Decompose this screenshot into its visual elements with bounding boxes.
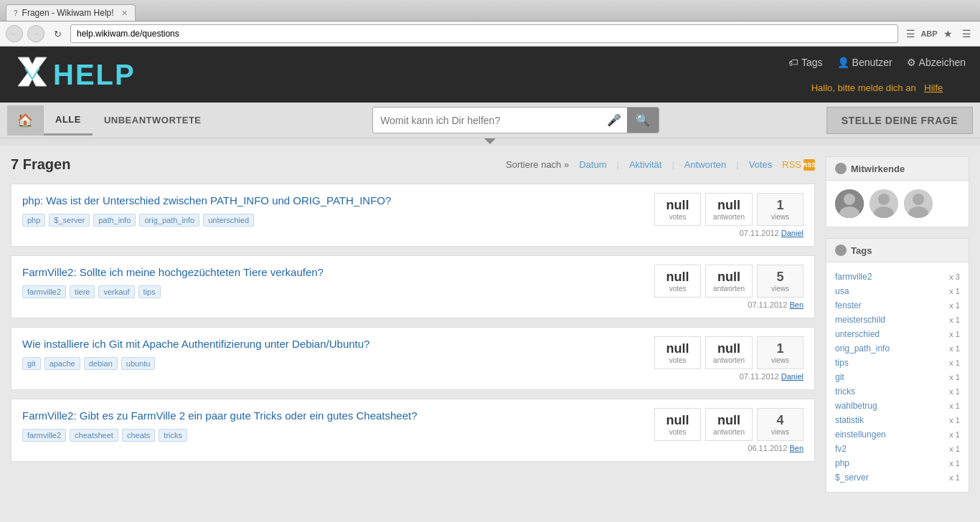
- question-tag[interactable]: verkauf: [98, 285, 134, 298]
- question-title-link[interactable]: Wie installiere ich Git mit Apache Authe…: [22, 336, 646, 351]
- question-tag[interactable]: debian: [84, 357, 118, 370]
- tab-favicon: ?: [14, 9, 18, 17]
- forward-button[interactable]: →: [27, 25, 44, 42]
- sort-antworten-link[interactable]: Antworten: [680, 158, 731, 171]
- question-tag[interactable]: $_server: [49, 214, 90, 227]
- nav-benutzer-link[interactable]: 👤 Benutzer: [837, 57, 892, 68]
- sort-datum-link[interactable]: Datum: [575, 158, 611, 171]
- contributor-avatar-1[interactable]: [835, 189, 864, 218]
- answers-value: null: [717, 198, 740, 213]
- sidebar-tag-name[interactable]: tips: [835, 358, 849, 368]
- nav-alle[interactable]: ALLE: [44, 105, 93, 136]
- question-tag[interactable]: cheatsheet: [70, 429, 118, 442]
- sidebar-tag-name[interactable]: php: [835, 458, 849, 468]
- question-tag[interactable]: path_info: [93, 214, 136, 227]
- close-tab-button[interactable]: ✕: [121, 9, 128, 18]
- sidebar-tag-count: x 1: [949, 459, 960, 468]
- bookmark-button[interactable]: ★: [940, 26, 956, 42]
- sidebar-tag-count: x 1: [949, 359, 960, 367]
- rss-feed-button[interactable]: ☰: [903, 26, 918, 42]
- sidebar-tag-row: git x 1: [835, 370, 960, 384]
- question-tag[interactable]: tips: [138, 285, 161, 298]
- sidebar-tag-name[interactable]: statistik: [835, 415, 864, 425]
- tags-list: farmville2 x 3 usa x 1 fenster x 1 meist…: [826, 262, 969, 492]
- search-input[interactable]: [373, 109, 601, 132]
- question-right: null votes null antworten 1 views 07.11.…: [654, 193, 804, 237]
- answers-label: antworten: [713, 356, 745, 364]
- votes-label: votes: [669, 213, 687, 221]
- address-bar[interactable]: [70, 24, 898, 43]
- question-stats: null votes null antworten 1 views: [654, 193, 804, 226]
- sidebar-tag-name[interactable]: farmville2: [835, 272, 872, 282]
- home-button[interactable]: 🏠: [7, 105, 44, 136]
- sidebar-tag-name[interactable]: git: [835, 372, 844, 382]
- rss-link[interactable]: RSS RSS: [782, 159, 815, 171]
- sidebar-tag-name[interactable]: orig_path_info: [835, 343, 890, 353]
- tab-title: Fragen - Wikiwam Help!: [22, 8, 114, 18]
- logo-help-text: HELP: [53, 59, 136, 91]
- sidebar-tag-name[interactable]: wahlbetrug: [835, 401, 877, 411]
- sidebar-tag-name[interactable]: $_server: [835, 473, 869, 483]
- sidebar-tag-name[interactable]: fenster: [835, 300, 862, 310]
- question-tag[interactable]: php: [22, 214, 45, 227]
- question-author-link[interactable]: Ben: [789, 300, 804, 309]
- adblock-button[interactable]: ABP: [921, 26, 937, 42]
- sidebar-tag-name[interactable]: unterschied: [835, 329, 880, 339]
- question-tag[interactable]: cheats: [122, 429, 155, 442]
- votes-box: null votes: [654, 193, 701, 226]
- browser-tab[interactable]: ? Fragen - Wikiwam Help! ✕: [6, 4, 136, 21]
- tags-section-title: Tags: [826, 239, 969, 262]
- views-label: views: [771, 285, 789, 293]
- views-box: 1 views: [757, 336, 804, 369]
- question-title-link[interactable]: FarmVille2: Sollte ich meine hochgezücht…: [22, 265, 646, 280]
- hilfe-link[interactable]: Hilfe: [924, 82, 943, 93]
- ask-question-button[interactable]: STELLE DEINE FRAGE: [826, 107, 973, 134]
- question-author-link[interactable]: Daniel: [781, 229, 804, 237]
- search-button[interactable]: 🔍: [627, 108, 659, 133]
- question-author-link[interactable]: Ben: [789, 444, 804, 452]
- tags-section: Tags farmville2 x 3 usa x 1 fenster x 1 …: [826, 238, 969, 493]
- nav-unbeantwortete[interactable]: UNBEANTWORTETE: [93, 106, 213, 134]
- sort-votes-link[interactable]: Votes: [745, 158, 777, 171]
- mic-icon[interactable]: 🎤: [601, 109, 627, 131]
- sidebar-tag-name[interactable]: meisterschild: [835, 315, 885, 325]
- sort-aktivitat-link[interactable]: Aktivität: [625, 158, 666, 171]
- sidebar-tag-name[interactable]: fv2: [835, 444, 847, 454]
- back-button[interactable]: ←: [6, 25, 23, 42]
- votes-label: votes: [669, 428, 687, 436]
- question-tag[interactable]: ubuntu: [121, 357, 156, 370]
- question-tag[interactable]: git: [22, 357, 41, 370]
- question-right: null votes null antworten 1 views 07.11.…: [654, 336, 804, 381]
- question-tag[interactable]: apache: [44, 357, 80, 370]
- question-item: FarmVille2: Gibt es zu FarmVille 2 ein p…: [11, 399, 815, 462]
- question-author-link[interactable]: Daniel: [781, 372, 804, 381]
- sidebar-tag-name[interactable]: tricks: [835, 386, 855, 397]
- question-right: null votes null antworten 4 views 06.11.…: [654, 408, 804, 452]
- sidebar-tag-row: statistik x 1: [835, 413, 960, 427]
- question-tag[interactable]: orig_path_info: [139, 214, 199, 227]
- refresh-button[interactable]: ↻: [49, 25, 66, 42]
- question-tag[interactable]: farmville2: [22, 429, 66, 442]
- question-tag[interactable]: tricks: [159, 429, 187, 442]
- sidebar-tag-count: x 1: [949, 301, 960, 310]
- question-title-link[interactable]: php: Was ist der Unterschied zwischen PA…: [22, 193, 646, 208]
- contributor-avatar-2[interactable]: [870, 189, 898, 218]
- sidebar-tag-row: tips x 1: [835, 356, 960, 370]
- sidebar-tag-name[interactable]: einstellungen: [835, 430, 886, 440]
- sidebar-tag-row: fv2 x 1: [835, 442, 960, 456]
- question-tag[interactable]: unterschied: [203, 214, 254, 227]
- sidebar-tag-row: orig_path_info x 1: [835, 341, 960, 356]
- sidebar-tag-name[interactable]: usa: [835, 286, 849, 296]
- answers-box: null antworten: [705, 408, 753, 441]
- question-tag[interactable]: farmville2: [22, 285, 66, 298]
- nav-tags-link[interactable]: 🏷 Tags: [788, 57, 823, 68]
- views-value: 1: [776, 198, 783, 213]
- search-area: 🎤 🔍: [213, 103, 819, 138]
- site-logo[interactable]: HELP: [14, 54, 136, 95]
- menu-button[interactable]: ☰: [958, 26, 974, 42]
- badge-icon: ⚙: [907, 57, 916, 68]
- question-tag[interactable]: tiere: [70, 285, 95, 298]
- contributor-avatar-3[interactable]: [904, 189, 933, 218]
- nav-abzeichen-link[interactable]: ⚙ Abzeichen: [907, 57, 966, 68]
- question-title-link[interactable]: FarmVille2: Gibt es zu FarmVille 2 ein p…: [22, 408, 646, 423]
